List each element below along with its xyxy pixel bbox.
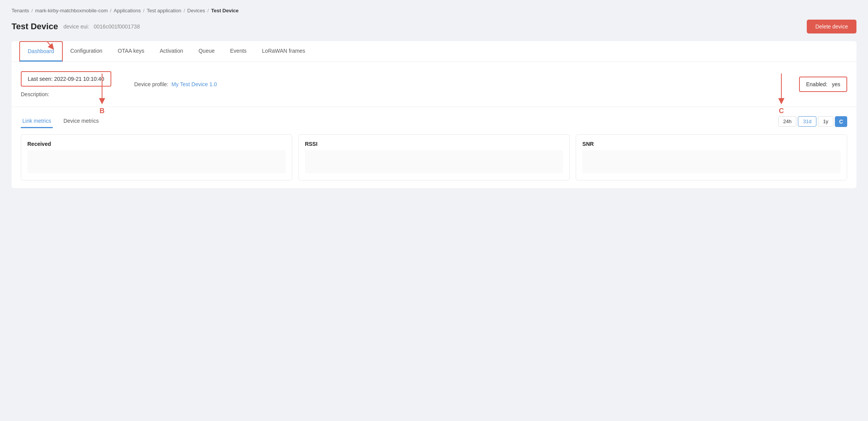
tab-otaa-keys[interactable]: OTAA keys <box>110 42 152 61</box>
device-info-wrapper: Last seen: 2022-09-21 10:10:40 Descripti… <box>12 62 856 107</box>
chart-rssi: RSSI <box>298 134 570 180</box>
description-field: Description: <box>21 91 111 97</box>
last-seen-value: 2022-09-21 10:10:40 <box>54 76 104 82</box>
info-section: Last seen: 2022-09-21 10:10:40 Descripti… <box>12 62 856 107</box>
charts-row: Received RSSI SNR <box>21 134 847 188</box>
enabled-value: yes <box>832 81 840 87</box>
tab-events[interactable]: Events <box>223 42 255 61</box>
description-label: Description: <box>21 91 49 97</box>
refresh-button[interactable]: C <box>835 116 847 127</box>
chart-snr: SNR <box>576 134 847 180</box>
enabled-label: Enabled: <box>806 81 827 87</box>
chart-received-title: Received <box>27 141 286 147</box>
chart-received: Received <box>21 134 292 180</box>
tab-queue[interactable]: Queue <box>191 42 222 61</box>
breadcrumb-sep-2: / <box>110 8 112 13</box>
device-metrics-tab[interactable]: Device metrics <box>62 115 101 128</box>
info-col-right: Enabled: yes <box>799 71 847 97</box>
device-profile-field: Device profile: My Test Device 1.0 <box>134 81 217 87</box>
chart-rssi-title: RSSI <box>305 141 563 147</box>
time-btn-31d[interactable]: 31d <box>798 116 816 127</box>
device-eui-value: 0016c001f0001738 <box>94 23 140 30</box>
time-filter: 24h 31d 1y C <box>778 116 847 127</box>
breadcrumb-tenants[interactable]: Tenants <box>12 8 29 13</box>
device-eui-label: device eui: <box>64 23 89 30</box>
tabs-bar: Dashboard Configuration OTAA keys Activa… <box>12 41 856 62</box>
device-profile-label: Device profile: <box>134 81 169 87</box>
enabled-box: Enabled: yes <box>799 77 847 92</box>
last-seen-box: Last seen: 2022-09-21 10:10:40 <box>21 71 111 87</box>
time-btn-1y[interactable]: 1y <box>818 116 833 127</box>
breadcrumb-org[interactable]: mark-kirby-matchboxmobile-com <box>35 8 108 13</box>
breadcrumb-sep-3: / <box>143 8 144 13</box>
chart-rssi-area <box>305 150 563 173</box>
chart-snr-area <box>582 150 841 173</box>
tab-lorawan-frames[interactable]: LoRaWAN frames <box>254 42 313 61</box>
breadcrumb-sep-5: / <box>208 8 209 13</box>
breadcrumb-sep-1: / <box>32 8 33 13</box>
time-btn-24h[interactable]: 24h <box>778 116 797 127</box>
breadcrumb-applications[interactable]: Applications <box>114 8 141 13</box>
tab-configuration[interactable]: Configuration <box>63 42 110 61</box>
breadcrumb-current: Test Device <box>211 8 238 13</box>
chart-received-area <box>27 150 286 173</box>
info-col-middle: Device profile: My Test Device 1.0 <box>134 71 217 97</box>
metrics-section: Link metrics Device metrics 24h 31d 1y C… <box>12 107 856 188</box>
breadcrumb-sep-4: / <box>184 8 185 13</box>
breadcrumb-test-application[interactable]: Test application <box>147 8 181 13</box>
tabs-annotation-wrapper: A Dashboard Configuration OTAA keys Acti… <box>12 41 856 62</box>
page-header: Test Device device eui: 0016c001f0001738… <box>12 20 856 33</box>
chart-snr-title: SNR <box>582 141 841 147</box>
page-title: Test Device <box>12 22 58 32</box>
metrics-tabs-row: Link metrics Device metrics 24h 31d 1y C <box>21 115 847 128</box>
link-metrics-tab[interactable]: Link metrics <box>21 115 53 128</box>
metrics-tabs-left: Link metrics Device metrics <box>21 115 109 128</box>
tab-activation[interactable]: Activation <box>152 42 191 61</box>
main-card: A Dashboard Configuration OTAA keys Acti… <box>12 41 856 188</box>
device-profile-value[interactable]: My Test Device 1.0 <box>171 81 217 87</box>
breadcrumb: Tenants / mark-kirby-matchboxmobile-com … <box>12 8 856 13</box>
breadcrumb-devices[interactable]: Devices <box>187 8 205 13</box>
page-wrapper: Tenants / mark-kirby-matchboxmobile-com … <box>0 0 868 421</box>
delete-device-button[interactable]: Delete device <box>807 20 856 33</box>
tab-dashboard[interactable]: Dashboard <box>19 41 63 62</box>
last-seen-label: Last seen: <box>28 76 53 82</box>
page-title-area: Test Device device eui: 0016c001f0001738 <box>12 22 140 32</box>
info-col-left: Last seen: 2022-09-21 10:10:40 Descripti… <box>21 71 111 97</box>
device-eui: device eui: 0016c001f0001738 <box>64 23 140 30</box>
